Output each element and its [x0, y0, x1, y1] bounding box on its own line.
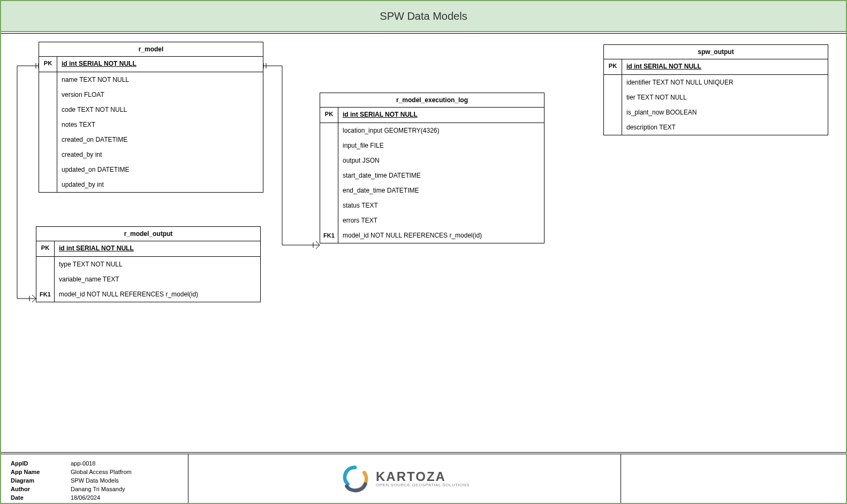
entity-body: FK1 type TEXT NOT NULL variable_name TEX… — [36, 257, 260, 302]
pk-field: id int SERIAL NOT NULL — [55, 241, 260, 256]
pk-field: id int SERIAL NOT NULL — [622, 59, 828, 74]
field: notes TEXT — [57, 117, 263, 132]
field: updated_on DATETIME — [57, 162, 263, 177]
field: identifier TEXT NOT NULL UNIQUER — [622, 75, 828, 90]
key-column: FK1 — [320, 123, 338, 243]
entity-body: identifier TEXT NOT NULL UNIQUER tier TE… — [604, 75, 828, 135]
footer-logo-box: KARTOZA OPEN SOURCE GEOSPATIAL SOLUTIONS — [188, 454, 621, 503]
entity-title: r_model — [39, 42, 263, 57]
field: location_input GEOMETRY(4326) — [338, 123, 544, 138]
meta-label: Diagram — [9, 477, 67, 484]
field: name TEXT NOT NULL — [57, 72, 263, 87]
meta-label: App Name — [9, 468, 67, 476]
pk-row: PK id int SERIAL NOT NULL — [36, 241, 260, 257]
field-list: location_input GEOMETRY(4326) input_file… — [338, 123, 544, 243]
entity-r-model-execution-log: r_model_execution_log PK id int SERIAL N… — [320, 93, 544, 243]
footer-meta: AppIDapp-0018 App NameGlobal Access Plat… — [1, 454, 188, 503]
kartoza-logo-icon — [339, 463, 370, 494]
meta-value: app-0018 — [69, 460, 134, 467]
footer-right-box — [621, 454, 846, 503]
field: input_file FILE — [338, 138, 544, 153]
pk-label: PK — [604, 59, 622, 74]
entity-spw-output: spw_output PK id int SERIAL NOT NULL ide… — [603, 44, 828, 135]
field: created_on DATETIME — [57, 132, 263, 147]
diagram-root: SPW Data Models r_model PK id int SERIAL… — [0, 0, 847, 504]
field-list: type TEXT NOT NULL variable_name TEXT mo… — [55, 257, 260, 302]
pk-row: PK id int SERIAL NOT NULL — [320, 108, 544, 123]
field-list: identifier TEXT NOT NULL UNIQUER tier TE… — [622, 75, 828, 135]
entity-body: name TEXT NOT NULL version FLOAT code TE… — [39, 72, 263, 192]
field: version FLOAT — [57, 87, 263, 102]
fk-label: FK1 — [36, 287, 54, 302]
meta-value: SPW Data Models — [69, 477, 134, 484]
field: type TEXT NOT NULL — [55, 257, 260, 272]
entity-r-model: r_model PK id int SERIAL NOT NULL name T… — [39, 42, 263, 193]
entity-body: FK1 location_input GEOMETRY(4326) input_… — [320, 123, 544, 243]
entity-title: r_model_execution_log — [320, 93, 544, 108]
field-list: name TEXT NOT NULL version FLOAT code TE… — [57, 72, 263, 192]
entity-title: r_model_output — [36, 227, 260, 241]
field: status TEXT — [338, 198, 544, 213]
field: updated_by int — [57, 177, 263, 192]
pk-label: PK — [320, 108, 338, 123]
field: start_date_time DATETIME — [338, 168, 544, 183]
diagram-title-bar: SPW Data Models — [1, 1, 846, 32]
meta-label: AppID — [9, 460, 67, 467]
key-column: FK1 — [36, 257, 55, 302]
key-column — [39, 72, 57, 192]
pk-field: id int SERIAL NOT NULL — [338, 108, 544, 123]
kartoza-logo: KARTOZA OPEN SOURCE GEOSPATIAL SOLUTIONS — [339, 463, 470, 494]
key-cell-empty — [36, 272, 54, 287]
field: errors TEXT — [338, 213, 544, 228]
logo-brand: KARTOZA — [376, 470, 470, 483]
pk-field: id int SERIAL NOT NULL — [57, 57, 263, 72]
pk-row: PK id int SERIAL NOT NULL — [604, 59, 828, 75]
entity-title: spw_output — [604, 45, 828, 59]
fk-field: model_id NOT NULL REFERENCES r_model(id) — [338, 228, 544, 243]
meta-value: Danang Tri Masandy — [69, 485, 134, 493]
field: tier TEXT NOT NULL — [622, 90, 828, 105]
field: variable_name TEXT — [55, 272, 260, 287]
pk-row: PK id int SERIAL NOT NULL — [39, 57, 263, 72]
meta-value: 18/06/2024 — [69, 494, 134, 501]
field: description TEXT — [622, 120, 828, 135]
field: created_by int — [57, 147, 263, 162]
diagram-canvas: r_model PK id int SERIAL NOT NULL name T… — [1, 33, 846, 453]
field: end_date_time DATETIME — [338, 183, 544, 198]
key-column — [604, 75, 622, 135]
diagram-title: SPW Data Models — [380, 10, 467, 22]
fk-label: FK1 — [320, 228, 338, 243]
field: output JSON — [338, 153, 544, 168]
fk-field: model_id NOT NULL REFERENCES r_model(id) — [55, 287, 260, 302]
meta-label: Author — [9, 485, 67, 493]
footer: AppIDapp-0018 App NameGlobal Access Plat… — [1, 454, 846, 503]
entity-r-model-output: r_model_output PK id int SERIAL NOT NULL… — [36, 226, 261, 302]
pk-label: PK — [39, 57, 57, 72]
logo-tagline: OPEN SOURCE GEOSPATIAL SOLUTIONS — [376, 483, 470, 487]
key-cell-empty — [36, 257, 54, 272]
pk-label: PK — [36, 241, 55, 256]
meta-value: Global Access Platfrom — [69, 468, 134, 476]
meta-label: Date — [9, 494, 67, 501]
field: code TEXT NOT NULL — [57, 102, 263, 117]
field: is_plant_now BOOLEAN — [622, 105, 828, 120]
